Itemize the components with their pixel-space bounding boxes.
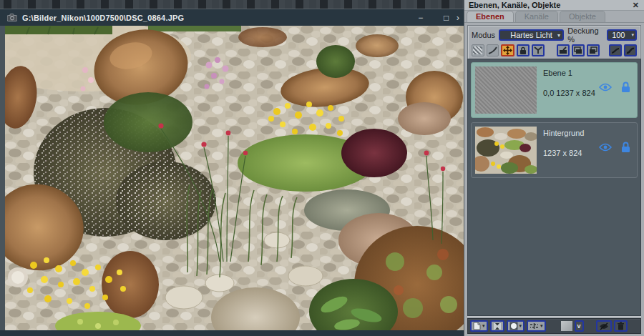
- merge-down-button[interactable]: [557, 44, 570, 56]
- layer-row-hintergrund[interactable]: Hintergrund 1237 x 824: [471, 122, 638, 178]
- move-icon: [503, 46, 512, 55]
- layers-stack-alt-icon: [589, 46, 597, 54]
- color-swatch[interactable]: [561, 321, 572, 331]
- move-tool-button[interactable]: [501, 44, 514, 56]
- image-window-bottom-frame: [0, 330, 464, 336]
- lock-icon[interactable]: [621, 81, 630, 93]
- spinner-arrow-icon: ▾: [631, 32, 634, 38]
- blend-mode-value: Hartes Licht: [510, 31, 552, 39]
- circle-mask-icon: [509, 322, 518, 330]
- mask-icon: [534, 46, 542, 54]
- image-window-title: G:\Bilder_Nikon\100D7500\DSC_0864.JPG: [22, 14, 184, 22]
- mode-label: Modus: [472, 31, 495, 39]
- hide-layer-button[interactable]: [596, 320, 612, 332]
- layer-row-ebene-1[interactable]: Ebene 1 0,0 1237 x 824: [471, 62, 638, 118]
- tab-kanaele[interactable]: Kanäle: [515, 11, 558, 22]
- chevron-down-icon: ▾: [540, 323, 543, 329]
- new-layer-button[interactable]: ▾: [470, 320, 488, 332]
- image-window-titlebar[interactable]: G:\Bilder_Nikon\100D7500\DSC_0864.JPG − …: [0, 9, 464, 26]
- lock-icon[interactable]: [621, 142, 630, 153]
- merge-down-icon: [559, 46, 567, 54]
- transform-button[interactable]: ▾: [527, 320, 546, 332]
- opacity-spinner[interactable]: 100 ▾: [607, 29, 637, 41]
- layer-thumbnail-hintergrund[interactable]: [475, 127, 537, 174]
- eye-icon[interactable]: [599, 83, 612, 92]
- ungroup-layers-button[interactable]: [587, 44, 600, 56]
- white-flower-ball: [8, 267, 28, 287]
- opacity-value: 100: [612, 31, 625, 39]
- opacity-label: Deckung %: [567, 26, 603, 44]
- tab-ebenen[interactable]: Ebenen: [467, 11, 514, 22]
- layer-name: Hintergrund: [543, 129, 584, 137]
- layer-controls-box: Modus Hartes Licht ▾ Deckung % 100 ▾: [467, 25, 641, 60]
- layer-mask-button[interactable]: ▾: [507, 320, 525, 332]
- lock-icon: [519, 46, 527, 55]
- brush-mode-button[interactable]: [487, 44, 499, 56]
- layers-stack-icon: [574, 46, 582, 54]
- chevron-down-icon: ▾: [519, 323, 522, 329]
- lock-tool-button[interactable]: [517, 44, 530, 56]
- curve-adjust-button[interactable]: [609, 44, 622, 56]
- panel-expand-chevron-icon[interactable]: ›: [457, 12, 459, 23]
- layer-thumbnail-ebene-1[interactable]: [475, 66, 537, 114]
- s-curve-button[interactable]: [624, 44, 637, 56]
- s-curve-icon: [626, 47, 635, 54]
- merge-icon: [493, 322, 502, 330]
- trash-icon: [617, 322, 625, 330]
- photo-canvas[interactable]: [5, 26, 464, 330]
- tab-objekte[interactable]: Objekte: [560, 11, 605, 22]
- panel-header[interactable]: Ebenen, Kanäle, Objekte ✕: [464, 0, 644, 11]
- chevron-down-icon: ▾: [557, 32, 560, 39]
- curve-icon: [611, 47, 620, 54]
- group-layers-button[interactable]: [572, 44, 585, 56]
- camera-icon: [7, 14, 17, 21]
- crop-marks-icon: [530, 322, 539, 330]
- down-arrow-glyph: v: [577, 323, 581, 330]
- layer-info: 1237 x 824: [543, 149, 584, 157]
- hintergrund-thumbnail-image: [475, 127, 537, 174]
- panel-tabs: Ebenen Kanäle Objekte: [464, 11, 644, 23]
- image-window: G:\Bilder_Nikon\100D7500\DSC_0864.JPG − …: [0, 9, 464, 336]
- minimize-button[interactable]: −: [415, 13, 426, 23]
- brush-curve-icon: [488, 46, 497, 54]
- eye-slash-icon: [599, 322, 609, 330]
- panel-title: Ebenen, Kanäle, Objekte: [469, 1, 560, 9]
- garden-photo: [5, 26, 464, 330]
- pattern-fill-button[interactable]: [472, 44, 484, 56]
- layers-panel: Ebenen, Kanäle, Objekte ✕ Ebenen Kanäle …: [464, 0, 644, 336]
- layer-info: 0,0 1237 x 824: [543, 89, 595, 97]
- mask-tool-button[interactable]: [532, 44, 545, 56]
- apply-down-button[interactable]: v: [575, 320, 584, 332]
- chevron-down-icon: ▾: [482, 323, 485, 329]
- maximize-button[interactable]: □: [441, 13, 452, 23]
- layers-bottom-toolbar: ▾ ▾ ▾ v: [467, 318, 641, 334]
- hatch-icon: [473, 46, 482, 54]
- close-icon[interactable]: ✕: [633, 1, 639, 10]
- new-layer-icon: [473, 322, 481, 330]
- main-toolbar-cutoff: [0, 0, 464, 9]
- eye-icon[interactable]: [599, 143, 612, 152]
- canvas-area: [0, 26, 464, 336]
- delete-layer-button[interactable]: [614, 320, 628, 332]
- layers-list: Ebene 1 0,0 1237 x 824: [467, 59, 641, 316]
- blend-mode-dropdown[interactable]: Hartes Licht ▾: [499, 29, 564, 41]
- merge-layers-button[interactable]: [490, 320, 504, 332]
- layer-name: Ebene 1: [543, 69, 595, 77]
